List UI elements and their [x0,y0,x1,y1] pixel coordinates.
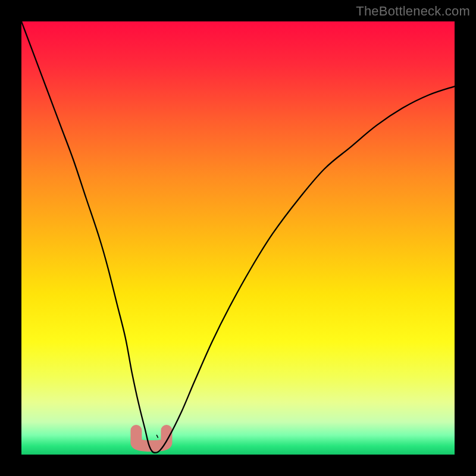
bottleneck-curve [21,21,455,453]
watermark-text: TheBottleneck.com [356,4,470,19]
optimal-range-marker [136,430,167,446]
curve-layer [21,21,455,455]
plot-area [21,21,455,455]
chart-frame: TheBottleneck.com [0,0,476,476]
